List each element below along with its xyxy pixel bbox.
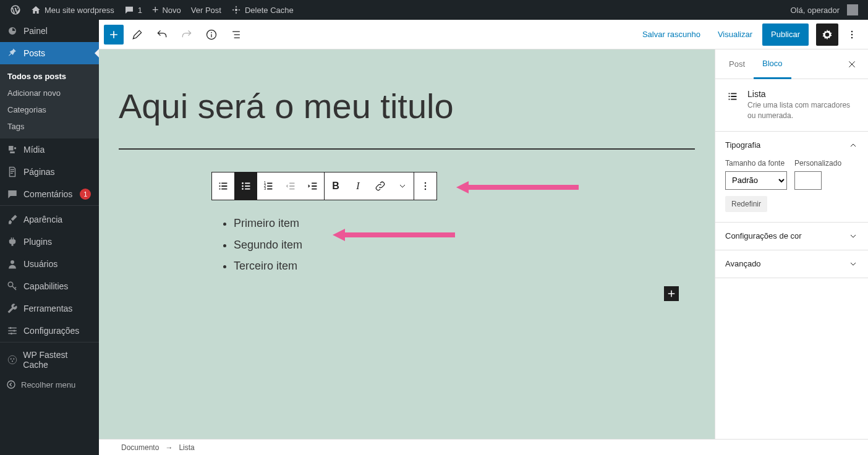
settings-button[interactable] xyxy=(816,23,838,46)
key-icon xyxy=(6,280,19,292)
outline-button[interactable] xyxy=(225,23,247,46)
editor-canvas[interactable]: Aqui será o meu titulo 123 xyxy=(99,49,715,439)
numbered-list-icon: 123 xyxy=(262,179,275,193)
wp-logo[interactable] xyxy=(5,0,26,20)
chevron-down-icon xyxy=(848,231,858,241)
comments-link[interactable]: 1 xyxy=(119,0,147,20)
wrench-icon xyxy=(6,302,19,315)
save-draft-button[interactable]: Salvar rascunho xyxy=(635,23,708,46)
breadcrumb-root[interactable]: Documento xyxy=(121,443,159,452)
annotation-arrow xyxy=(456,180,580,195)
tab-block[interactable]: Bloco xyxy=(754,49,791,79)
block-inserter-button[interactable] xyxy=(104,25,124,45)
font-size-label: Tamanho da fonte xyxy=(725,159,787,168)
change-block-type-button[interactable] xyxy=(212,172,234,200)
svg-point-18 xyxy=(242,189,244,190)
more-rich-text-button[interactable] xyxy=(391,172,414,200)
sub-all-posts[interactable]: Todos os posts xyxy=(0,68,99,85)
close-icon xyxy=(847,59,857,69)
menu-pages[interactable]: Páginas xyxy=(0,161,99,183)
sub-add-new[interactable]: Adicionar novo xyxy=(0,85,99,101)
menu-appearance[interactable]: Aparência xyxy=(0,208,99,231)
reset-button[interactable]: Redefinir xyxy=(725,196,767,212)
panel-typography[interactable]: Tipografia xyxy=(715,132,868,159)
numbered-list-button[interactable]: 123 xyxy=(257,172,279,200)
menu-media[interactable]: Mídia xyxy=(0,138,99,161)
svg-point-4 xyxy=(14,330,15,332)
home-icon xyxy=(31,5,41,15)
bulleted-list-button[interactable] xyxy=(235,172,257,200)
svg-point-14 xyxy=(851,33,853,35)
close-inspector-button[interactable] xyxy=(841,53,863,75)
svg-point-17 xyxy=(242,185,244,187)
italic-button[interactable]: I xyxy=(347,172,369,200)
sliders-icon xyxy=(6,325,19,337)
svg-text:3: 3 xyxy=(264,187,266,191)
tab-post[interactable]: Post xyxy=(720,49,754,79)
svg-point-12 xyxy=(211,32,212,33)
indent-button[interactable] xyxy=(302,172,324,200)
site-name[interactable]: Meu site wordpress xyxy=(26,0,119,20)
sub-categories[interactable]: Categorias xyxy=(0,101,99,118)
svg-point-22 xyxy=(425,182,427,184)
plus-icon xyxy=(666,288,677,299)
more-vertical-icon xyxy=(846,28,858,41)
svg-point-24 xyxy=(425,189,427,190)
menu-posts[interactable]: Posts xyxy=(0,42,99,64)
outdent-icon xyxy=(284,179,297,193)
font-size-select[interactable]: Padrão xyxy=(725,171,787,190)
publish-button[interactable]: Publicar xyxy=(762,23,809,46)
menu-users[interactable]: Usuários xyxy=(0,253,99,275)
svg-point-7 xyxy=(10,358,11,359)
menu-wpfc[interactable]: WP Fastest Cache xyxy=(0,345,99,375)
redo-button[interactable] xyxy=(176,23,198,46)
link-button[interactable] xyxy=(369,172,391,200)
user-greeting[interactable]: Olá, operador xyxy=(786,0,864,20)
block-description: Crie uma lista com marcadores ou numerad… xyxy=(747,100,858,121)
separator-block[interactable] xyxy=(119,148,695,150)
delete-cache[interactable]: Delete Cache xyxy=(226,0,299,20)
plus-icon xyxy=(108,28,120,41)
post-title[interactable]: Aqui será o meu titulo xyxy=(114,74,700,148)
plug-icon xyxy=(6,236,19,248)
panel-advanced[interactable]: Avançado xyxy=(715,250,868,278)
block-more-button[interactable] xyxy=(414,172,436,200)
list-item[interactable]: Terceiro item xyxy=(234,255,605,276)
panel-color[interactable]: Configurações de cor xyxy=(715,223,868,250)
view-post[interactable]: Ver Post xyxy=(186,0,226,20)
list-item[interactable]: Segundo item xyxy=(234,234,605,255)
list-item[interactable]: Primeiro item xyxy=(234,213,605,234)
preview-button[interactable]: Visualizar xyxy=(710,23,760,46)
collapse-icon xyxy=(6,380,16,389)
svg-point-5 xyxy=(11,333,12,334)
svg-point-13 xyxy=(851,30,853,32)
menu-comments[interactable]: Comentários1 xyxy=(0,183,99,205)
breadcrumb-block[interactable]: Lista xyxy=(179,443,194,452)
bold-button[interactable]: B xyxy=(325,172,347,200)
undo-icon xyxy=(156,28,168,41)
menu-capabilities[interactable]: Capabilities xyxy=(0,275,99,297)
menu-settings[interactable]: Configurações xyxy=(0,320,99,342)
details-button[interactable] xyxy=(200,23,223,46)
inline-inserter-button[interactable] xyxy=(664,286,679,301)
comment-icon xyxy=(124,5,134,15)
new-content[interactable]: +Novo xyxy=(147,0,186,20)
menu-tools[interactable]: Ferramentas xyxy=(0,297,99,320)
menu-plugins[interactable]: Plugins xyxy=(0,231,99,253)
redo-icon xyxy=(181,28,193,41)
sub-tags[interactable]: Tags xyxy=(0,118,99,135)
undo-button[interactable] xyxy=(151,23,173,46)
custom-size-input[interactable] xyxy=(794,171,822,190)
tools-button[interactable] xyxy=(126,23,148,46)
menu-dashboard[interactable]: Painel xyxy=(0,20,99,42)
svg-point-2 xyxy=(8,282,13,287)
chevron-down-icon xyxy=(848,259,858,269)
more-menu-button[interactable] xyxy=(841,23,863,46)
chevron-up-icon xyxy=(848,140,858,150)
pencil-icon xyxy=(131,28,143,41)
bold-icon: B xyxy=(332,181,339,192)
outdent-button[interactable] xyxy=(279,172,302,200)
admin-bar: Meu site wordpress 1 +Novo Ver Post Dele… xyxy=(0,0,868,20)
collapse-menu[interactable]: Recolher menu xyxy=(0,375,99,394)
list-block[interactable]: Primeiro item Segundo item Terceiro item xyxy=(209,213,605,276)
